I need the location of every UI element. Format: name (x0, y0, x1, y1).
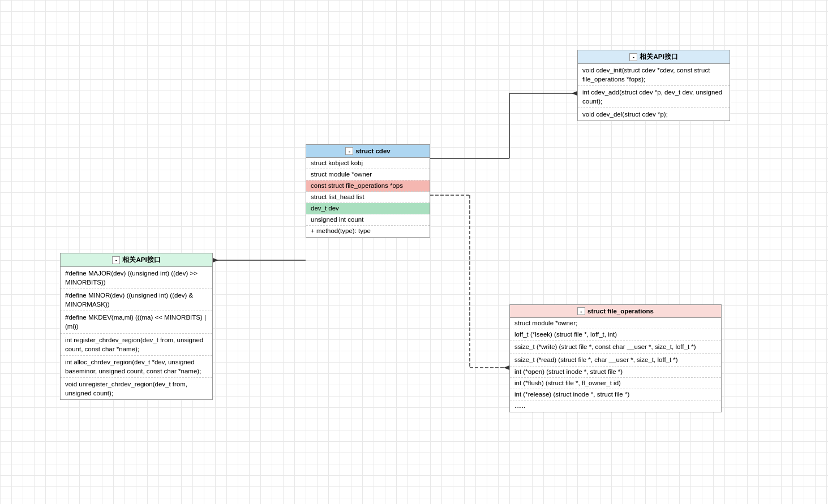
api-right-row-1: int cdev_add(struct cdev *p, dev_t dev, … (578, 86, 730, 108)
api-right-header: - 相关API接口 (578, 50, 730, 64)
file-ops-row-2: ssize_t (*write) (struct file *, const c… (510, 341, 721, 354)
api-left-row-3: int register_chrdev_region(dev_t from, u… (61, 334, 212, 356)
cdev-row-3: struct list_head list (306, 192, 430, 203)
svg-marker-3 (572, 91, 577, 96)
cdev-collapse-btn[interactable]: - (345, 147, 353, 155)
api-left-row-4: int alloc_chrdev_region(dev_t *dev, unsi… (61, 356, 212, 378)
api-left-row-1: #define MINOR(dev) ((unsigned int) ((dev… (61, 289, 212, 311)
api-left-collapse-btn[interactable]: - (112, 256, 120, 264)
api-left-row-0: #define MAJOR(dev) ((unsigned int) ((dev… (61, 267, 212, 289)
api-right-title: 相关API接口 (640, 53, 677, 61)
cdev-header: - struct cdev (306, 145, 430, 158)
file-ops-box: - struct file_operations struct module *… (509, 304, 722, 412)
svg-marker-7 (504, 365, 509, 370)
file-ops-row-5: int (*flush) (struct file *, fl_owner_t … (510, 378, 721, 389)
api-left-box: - 相关API接口 #define MAJOR(dev) ((unsigned … (60, 253, 213, 400)
file-ops-row-4: int (*open) (struct inode *, struct file… (510, 367, 721, 378)
file-ops-row-3: ssize_t (*read) (struct file *, char __u… (510, 354, 721, 367)
cdev-row-4: dev_t dev (306, 203, 430, 214)
api-left-header: - 相关API接口 (61, 253, 212, 267)
api-right-row-0: void cdev_init(struct cdev *cdev, const … (578, 64, 730, 86)
cdev-row-5: unsigned int count (306, 214, 430, 226)
cdev-row-1: struct module *owner (306, 169, 430, 180)
api-left-row-2: #define MKDEV(ma,mi) (((ma) << MINORBITS… (61, 311, 212, 333)
api-right-row-2: void cdev_del(struct cdev *p); (578, 108, 730, 120)
svg-marker-9 (213, 258, 218, 262)
file-ops-row-0: struct module *owner; (510, 318, 721, 329)
api-left-title: 相关API接口 (122, 256, 160, 264)
cdev-row-0: struct kobject kobj (306, 158, 430, 169)
file-ops-row-7: ...... (510, 400, 721, 412)
file-ops-title: struct file_operations (587, 308, 654, 315)
api-right-box: - 相关API接口 void cdev_init(struct cdev *cd… (577, 50, 730, 121)
file-ops-header: - struct file_operations (510, 305, 721, 318)
api-right-collapse-btn[interactable]: - (629, 53, 637, 61)
api-left-row-5: void unregister_chrdev_region(dev_t from… (61, 378, 212, 399)
cdev-row-6: + method(type): type (306, 226, 430, 237)
cdev-row-2: const struct file_operations *ops (306, 180, 430, 192)
file-ops-row-6: int (*release) (struct inode *, struct f… (510, 389, 721, 400)
file-ops-collapse-btn[interactable]: - (577, 307, 585, 315)
cdev-title: struct cdev (355, 148, 390, 154)
file-ops-row-1: loff_t (*lseek) (struct file *, loff_t, … (510, 329, 721, 341)
cdev-box: - struct cdev struct kobject kobj struct… (306, 144, 430, 238)
diagram-container: - struct cdev struct kobject kobj struct… (0, 0, 828, 504)
